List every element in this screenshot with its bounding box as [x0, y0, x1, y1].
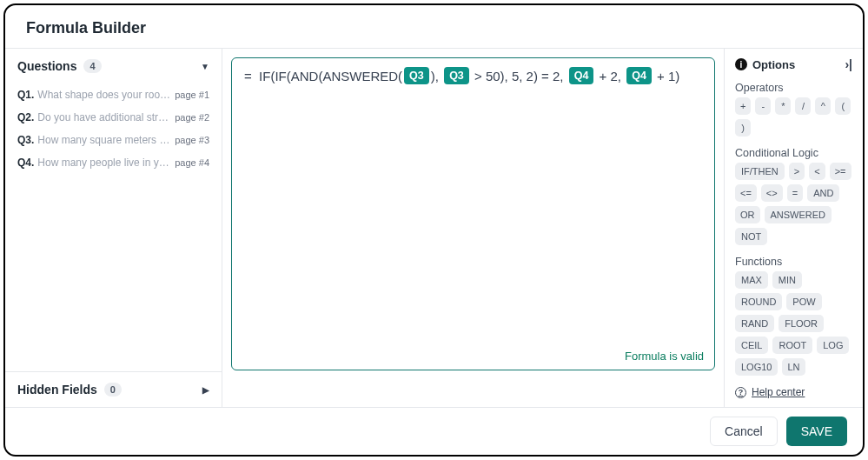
function-chip[interactable]: ROOT — [772, 337, 812, 354]
formula-expression: = IF(IF(AND(ANSWERED(Q3), Q3 > 50), 5, 2… — [244, 67, 702, 84]
operator-chip[interactable]: - — [755, 97, 771, 115]
functions-label: Functions — [735, 256, 852, 268]
functions-group: Functions MAXMINROUNDPOWRANDFLOORCEILROO… — [735, 256, 852, 376]
list-item[interactable]: Q4. How many people live in your hou… pa… — [5, 151, 222, 174]
options-label: Options — [752, 58, 795, 71]
question-page: page #4 — [175, 157, 209, 168]
function-chip[interactable]: FLOOR — [779, 315, 824, 332]
help-icon: ? — [735, 387, 746, 398]
operators-label: Operators — [735, 82, 852, 94]
conditional-chip[interactable]: OR — [735, 206, 760, 223]
function-chip[interactable]: LOG10 — [735, 358, 778, 376]
questions-count-badge: 4 — [83, 59, 101, 73]
question-id: Q3. — [17, 134, 34, 146]
conditional-chip[interactable]: AND — [807, 184, 839, 202]
operator-chip[interactable]: * — [775, 97, 791, 115]
chevron-down-icon: ▼ — [201, 62, 209, 71]
question-page: page #2 — [175, 112, 209, 123]
formula-text: > 50), 5, 2) = 2, — [471, 69, 567, 83]
operator-chip[interactable]: / — [795, 97, 811, 115]
question-page: page #1 — [175, 90, 209, 100]
info-icon: i — [735, 58, 747, 70]
formula-text: + 1) — [653, 69, 679, 83]
question-page: page #3 — [175, 135, 209, 145]
questions-list: Q1. What shape does your roof have? page… — [5, 83, 222, 371]
conditional-chip[interactable]: IF/THEN — [735, 163, 785, 180]
question-chip[interactable]: Q3 — [404, 67, 429, 84]
question-text: Do you have additional structures … — [37, 111, 171, 123]
help-center-link[interactable]: ? Help center — [735, 386, 852, 398]
conditional-chips: IF/THEN><>=<=<>=ANDORANSWEREDNOT — [735, 163, 852, 245]
functions-chips: MAXMINROUNDPOWRANDFLOORCEILROOTLOGLOG10L… — [735, 271, 852, 376]
function-chip[interactable]: POW — [786, 293, 821, 310]
conditional-chip[interactable]: > — [789, 163, 805, 180]
function-chip[interactable]: LOG — [817, 337, 849, 354]
options-panel: i Options ›| Operators +-*/^() Condition… — [724, 49, 863, 407]
function-chip[interactable]: MAX — [735, 271, 768, 289]
formula-builder-modal: Formula Builder Questions 4 ▼ Q1. What s… — [3, 3, 865, 457]
question-id: Q1. — [17, 89, 34, 101]
page-title: Formula Builder — [5, 5, 863, 48]
function-chip[interactable]: RAND — [735, 315, 774, 332]
question-chip[interactable]: Q4 — [569, 67, 594, 84]
list-item[interactable]: Q2. Do you have additional structures … … — [5, 106, 222, 129]
formula-status: Formula is valid — [625, 350, 704, 363]
collapse-panel-icon[interactable]: ›| — [845, 57, 852, 71]
question-text: How many square meters does yo… — [37, 134, 171, 146]
question-text: How many people live in your hou… — [37, 157, 171, 169]
center-panel: = IF(IF(AND(ANSWERED(Q3), Q3 > 50), 5, 2… — [222, 49, 724, 407]
list-item[interactable]: Q1. What shape does your roof have? page… — [5, 83, 222, 106]
cancel-button[interactable]: Cancel — [710, 417, 778, 446]
conditional-chip[interactable]: >= — [830, 163, 851, 180]
operators-group: Operators +-*/^() — [735, 82, 852, 137]
function-chip[interactable]: CEIL — [735, 337, 768, 354]
conditional-chip[interactable]: ANSWERED — [765, 206, 832, 223]
conditional-label: Conditional Logic — [735, 147, 852, 159]
questions-label: Questions — [17, 59, 76, 73]
question-chip[interactable]: Q4 — [626, 67, 652, 84]
question-chip[interactable]: Q3 — [444, 67, 469, 84]
formula-text: + 2, — [595, 69, 625, 83]
formula-input[interactable]: = IF(IF(AND(ANSWERED(Q3), Q3 > 50), 5, 2… — [231, 57, 715, 370]
operator-chip[interactable]: ( — [835, 97, 851, 115]
function-chip[interactable]: MIN — [772, 271, 802, 289]
question-id: Q2. — [17, 111, 34, 123]
function-chip[interactable]: LN — [782, 358, 805, 376]
conditional-group: Conditional Logic IF/THEN><>=<=<>=ANDORA… — [735, 147, 852, 245]
formula-text: ), — [431, 69, 442, 83]
operator-chip[interactable]: ) — [735, 119, 751, 137]
list-item[interactable]: Q3. How many square meters does yo… page… — [5, 129, 222, 151]
modal-body: Questions 4 ▼ Q1. What shape does your r… — [5, 48, 863, 407]
question-id: Q4. — [17, 157, 34, 169]
operators-chips: +-*/^() — [735, 97, 852, 137]
formula-text: = IF(IF(AND(ANSWERED( — [244, 69, 402, 83]
hidden-fields-section: Hidden Fields 0 ▶ — [5, 371, 222, 407]
operator-chip[interactable]: + — [735, 97, 751, 115]
conditional-chip[interactable]: <= — [735, 184, 757, 202]
hidden-fields-count-badge: 0 — [104, 383, 122, 397]
modal-footer: Cancel SAVE — [5, 407, 863, 455]
questions-accordion-header[interactable]: Questions 4 ▼ — [5, 49, 222, 83]
conditional-chip[interactable]: = — [787, 184, 803, 202]
conditional-chip[interactable]: <> — [761, 184, 783, 202]
options-header: i Options ›| — [735, 57, 852, 71]
hidden-fields-label: Hidden Fields — [17, 383, 97, 397]
question-text: What shape does your roof have? — [37, 89, 171, 101]
function-chip[interactable]: ROUND — [735, 293, 782, 310]
conditional-chip[interactable]: NOT — [735, 228, 767, 245]
left-panel: Questions 4 ▼ Q1. What shape does your r… — [5, 49, 222, 407]
help-label: Help center — [752, 386, 805, 398]
save-button[interactable]: SAVE — [786, 417, 847, 446]
hidden-fields-accordion-header[interactable]: Hidden Fields 0 ▶ — [5, 372, 222, 407]
chevron-right-icon: ▶ — [202, 385, 209, 395]
operator-chip[interactable]: ^ — [815, 97, 831, 115]
conditional-chip[interactable]: < — [809, 163, 825, 180]
